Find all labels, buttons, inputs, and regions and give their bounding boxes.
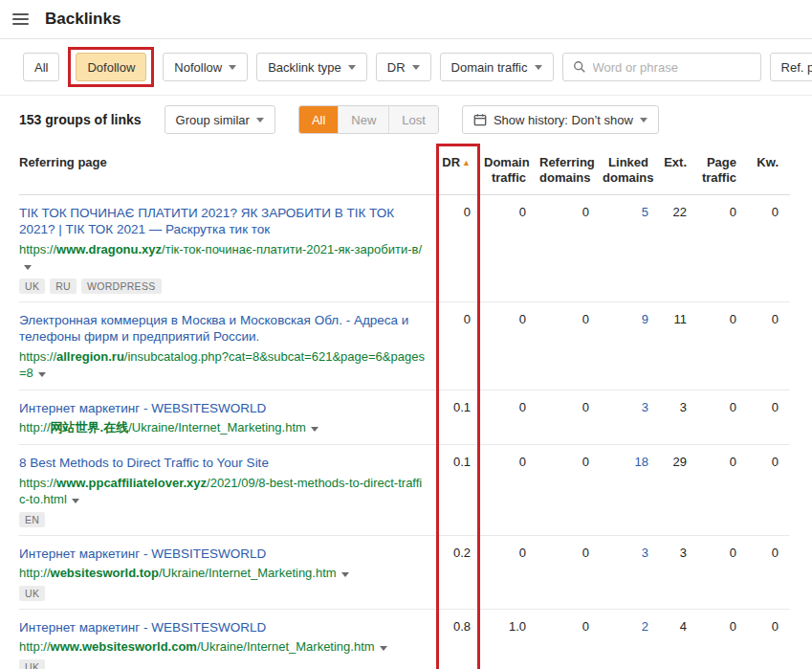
badge-list: UKRUWORDPRESS	[19, 279, 425, 294]
referring-page-url: https://www.ppcaffiliatelover.xyz/2021/0…	[19, 475, 425, 508]
segment-all[interactable]: All	[299, 106, 338, 133]
url-protocol: https://	[19, 476, 56, 490]
column-header-ext[interactable]: Ext.	[660, 147, 698, 194]
page-traffic-cell: 0	[698, 390, 748, 444]
chevron-down-icon	[412, 65, 420, 70]
linked-domains-cell: 18	[601, 444, 660, 535]
column-header-linked-domains[interactable]: Linked domains	[601, 147, 660, 194]
filter-nofollow-dropdown[interactable]: Nofollow	[163, 53, 248, 81]
kw-cell: 0	[748, 390, 790, 444]
domain-traffic-cell: 0	[482, 301, 538, 390]
column-header-referring-page[interactable]: Referring page	[19, 147, 440, 194]
linked-domains-link[interactable]: 2	[642, 619, 648, 634]
domain-traffic-cell: 0	[482, 535, 538, 609]
links-state-segmented-control: All New Lost	[298, 105, 439, 134]
url-protocol: http://	[19, 420, 51, 435]
column-header-kw[interactable]: Kw.	[748, 147, 790, 194]
column-header-page-traffic[interactable]: Page traffic	[698, 147, 748, 194]
linked-domains-link[interactable]: 9	[642, 312, 648, 326]
referring-page-cell: 8 Best Methods to Direct Traffic to Your…	[19, 444, 440, 535]
filter-all-button[interactable]: All	[23, 53, 59, 81]
page-traffic-cell: 0	[698, 609, 748, 669]
language-badge: UK	[19, 586, 45, 601]
group-similar-dropdown[interactable]: Group similar	[165, 105, 275, 134]
kw-cell: 0	[748, 444, 790, 535]
domain-traffic-cell: 0	[482, 194, 538, 301]
page-traffic-cell: 0	[698, 535, 748, 609]
dr-cell: 0.1	[440, 390, 482, 444]
table-row: ТІК ТОК ПОЧИНАЄ ПЛАТИТИ 2021? ЯК ЗАРОБИТ…	[19, 194, 790, 301]
linked-domains-link[interactable]: 3	[642, 546, 648, 560]
filter-dr-dropdown[interactable]: DR	[376, 53, 431, 81]
referring-page-url: http://www.websitesworld.com/Ukraine/Int…	[19, 638, 425, 656]
referring-page-url: https://allregion.ru/insubcatalog.php?ca…	[19, 348, 425, 382]
badge-list: UK	[19, 586, 425, 601]
chevron-down-icon	[535, 65, 542, 70]
url-path: /Ukraine/Internet_Marketing.htm	[197, 639, 375, 654]
backlinks-table: Referring page DR▲ Domain traffic Referr…	[19, 147, 790, 669]
ext-cell: 3	[660, 535, 698, 609]
referring-page-cell: Интернет маркетинг - WEBSITESWORLD http:…	[19, 609, 440, 669]
referring-page-title-link[interactable]: Интернет маркетинг - WEBSITESWORLD	[19, 620, 266, 635]
backlinks-table-container: Referring page DR▲ Domain traffic Referr…	[0, 144, 812, 669]
kw-cell: 0	[748, 301, 790, 390]
kw-cell: 0	[748, 609, 790, 669]
url-path: /Ukraine/Internet_Marketing.htm	[159, 566, 337, 580]
referring-page-title-link[interactable]: Электронная коммерция в Москва и Московс…	[19, 313, 408, 345]
linked-domains-cell: 3	[601, 390, 660, 444]
sort-ascending-icon: ▲	[462, 158, 471, 167]
page-traffic-cell: 0	[698, 301, 748, 390]
referring-page-cell: ТІК ТОК ПОЧИНАЄ ПЛАТИТИ 2021? ЯК ЗАРОБИТ…	[19, 194, 440, 301]
dr-cell: 0.1	[440, 444, 482, 535]
show-history-dropdown[interactable]: Show history: Don’t show	[462, 105, 659, 134]
filter-domain-traffic-dropdown[interactable]: Domain traffic	[440, 53, 554, 81]
ext-cell: 22	[660, 194, 698, 301]
url-domain: www.dragonu.xyz	[56, 242, 162, 256]
chevron-down-icon	[256, 118, 264, 123]
referring-page-cell: Интернет маркетинг - WEBSITESWORLD http:…	[19, 535, 440, 609]
segment-new[interactable]: New	[338, 106, 388, 133]
referring-domains-cell: 0	[538, 444, 601, 535]
menu-icon[interactable]	[10, 7, 32, 32]
table-row: 8 Best Methods to Direct Traffic to Your…	[19, 444, 790, 535]
referring-page-url: https://www.dragonu.xyz/тік-ток-починає-…	[19, 241, 425, 275]
url-options-caret-icon[interactable]	[72, 499, 79, 503]
referring-page-title-link[interactable]: ТІК ТОК ПОЧИНАЄ ПЛАТИТИ 2021? ЯК ЗАРОБИТ…	[19, 206, 394, 237]
linked-domains-link[interactable]: 5	[642, 205, 648, 219]
url-options-caret-icon[interactable]	[24, 265, 32, 270]
column-header-referring-domains[interactable]: Referring domains	[538, 147, 601, 194]
url-protocol: http://	[19, 639, 51, 654]
filter-bar: All Dofollow Nofollow Backlink type DR D…	[0, 39, 812, 96]
linked-domains-link[interactable]: 3	[642, 400, 648, 414]
referring-page-url: http://websitesworld.top/Ukraine/Interne…	[19, 565, 425, 582]
url-options-caret-icon[interactable]	[341, 572, 349, 577]
dr-cell: 0.2	[440, 535, 482, 609]
language-badge: RU	[50, 279, 77, 294]
search-input[interactable]	[593, 60, 751, 75]
filter-backlink-type-dropdown[interactable]: Backlink type	[256, 53, 367, 81]
column-header-domain-traffic[interactable]: Domain traffic	[482, 147, 538, 194]
referring-page-title-link[interactable]: 8 Best Methods to Direct Traffic to Your…	[19, 456, 269, 470]
table-row: Интернет маркетинг - WEBSITESWORLD http:…	[19, 390, 790, 444]
language-badge: UK	[19, 659, 45, 669]
referring-page-title-link[interactable]: Интернет маркетинг - WEBSITESWORLD	[19, 401, 266, 415]
filter-dofollow-button[interactable]: Dofollow	[76, 53, 146, 81]
chevron-down-icon	[640, 118, 647, 123]
url-protocol: https://	[19, 349, 56, 364]
column-header-dr[interactable]: DR▲	[440, 147, 482, 194]
linked-domains-link[interactable]: 18	[635, 455, 648, 469]
referring-page-title-link[interactable]: Интернет маркетинг - WEBSITESWORLD	[19, 546, 266, 561]
linked-domains-cell: 2	[601, 609, 660, 669]
url-path: /Ukraine/Internet_Marketing.htm	[128, 420, 306, 435]
url-domain: www.websitesworld.com	[51, 639, 197, 654]
segment-lost[interactable]: Lost	[388, 106, 438, 133]
page-traffic-cell: 0	[698, 194, 748, 301]
url-options-caret-icon[interactable]	[38, 372, 46, 377]
language-badge: UK	[19, 279, 45, 294]
url-options-caret-icon[interactable]	[380, 646, 387, 651]
domain-traffic-cell: 0	[482, 444, 538, 535]
filter-ref-page-dropdown[interactable]: Ref. page URL	[770, 53, 812, 81]
url-options-caret-icon[interactable]	[311, 427, 318, 432]
dr-cell: 0	[440, 194, 482, 301]
referring-domains-cell: 0	[538, 609, 601, 669]
